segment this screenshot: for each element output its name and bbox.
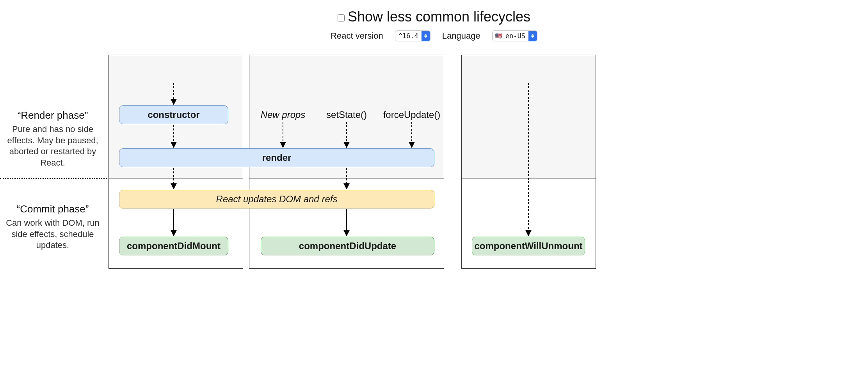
method-constructor[interactable]: constructor (119, 105, 228, 124)
top-controls: Show less common lifecycles React versio… (0, 0, 868, 41)
language-value: en-US (502, 32, 528, 40)
diagram-stage: “Render phase” Pure and has no side effe… (0, 55, 868, 367)
show-less-common-checkbox[interactable] (338, 14, 345, 21)
selects-row: React version ^16.4 Language 🇺🇸 en-US (0, 30, 868, 41)
language-select[interactable]: 🇺🇸 en-US (492, 30, 537, 41)
trigger-set-state: setState() (323, 109, 370, 120)
updown-icon (528, 31, 537, 41)
method-component-did-mount[interactable]: componentDidMount (119, 237, 228, 255)
react-updates-dom: React updates DOM and refs (119, 190, 434, 209)
updown-icon (422, 31, 430, 41)
language-label: Language (442, 31, 480, 41)
method-render[interactable]: render (119, 148, 434, 167)
flag-icon: 🇺🇸 (493, 32, 502, 39)
trigger-force-update: forceUpdate() (382, 109, 441, 120)
trigger-new-props: New props (258, 109, 308, 120)
show-less-common-toggle[interactable]: Show less common lifecycles (338, 9, 530, 25)
show-less-common-label: Show less common lifecycles (348, 9, 530, 25)
react-version-value: ^16.4 (395, 32, 422, 40)
method-component-did-update[interactable]: componentDidUpdate (261, 237, 434, 255)
react-version-select[interactable]: ^16.4 (395, 30, 430, 41)
react-version-label: React version (331, 31, 383, 41)
method-component-will-unmount[interactable]: componentWillUnmount (472, 237, 585, 255)
